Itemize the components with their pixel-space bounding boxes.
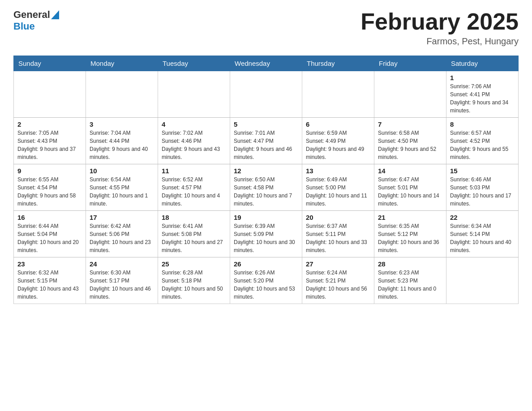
day-number: 28 xyxy=(378,260,442,268)
day-cell: 22Sunrise: 6:34 AMSunset: 5:14 PMDayligh… xyxy=(446,211,519,257)
day-cell: 5Sunrise: 7:01 AMSunset: 4:47 PMDaylight… xyxy=(230,118,302,164)
day-info: Sunrise: 7:01 AMSunset: 4:47 PMDaylight:… xyxy=(234,129,298,161)
day-number: 22 xyxy=(450,214,515,221)
day-number: 7 xyxy=(378,120,442,128)
day-cell: 2Sunrise: 7:05 AMSunset: 4:43 PMDaylight… xyxy=(14,118,86,164)
day-cell: 17Sunrise: 6:42 AMSunset: 5:06 PMDayligh… xyxy=(86,211,158,257)
day-number: 16 xyxy=(17,214,82,221)
col-header-sunday: Sunday xyxy=(14,56,86,71)
day-cell xyxy=(446,257,519,304)
day-info: Sunrise: 6:30 AMSunset: 5:17 PMDaylight:… xyxy=(90,269,154,301)
day-cell: 14Sunrise: 6:47 AMSunset: 5:01 PMDayligh… xyxy=(374,164,446,211)
day-cell: 1Sunrise: 7:06 AMSunset: 4:41 PMDaylight… xyxy=(446,71,519,118)
col-header-wednesday: Wednesday xyxy=(230,56,302,71)
day-cell: 10Sunrise: 6:54 AMSunset: 4:55 PMDayligh… xyxy=(86,164,158,211)
day-cell: 7Sunrise: 6:58 AMSunset: 4:50 PMDaylight… xyxy=(374,118,446,164)
day-info: Sunrise: 7:05 AMSunset: 4:43 PMDaylight:… xyxy=(17,129,82,161)
day-cell: 16Sunrise: 6:44 AMSunset: 5:04 PMDayligh… xyxy=(14,211,86,257)
day-info: Sunrise: 6:42 AMSunset: 5:06 PMDaylight:… xyxy=(90,222,154,254)
day-info: Sunrise: 6:49 AMSunset: 5:00 PMDaylight:… xyxy=(306,176,370,208)
col-header-tuesday: Tuesday xyxy=(158,56,230,71)
logo-blue-text: Blue xyxy=(13,21,35,32)
day-cell: 6Sunrise: 6:59 AMSunset: 4:49 PMDaylight… xyxy=(302,118,374,164)
day-number: 21 xyxy=(378,214,442,221)
day-cell xyxy=(302,71,374,118)
day-cell: 4Sunrise: 7:02 AMSunset: 4:46 PMDaylight… xyxy=(158,118,230,164)
day-number: 18 xyxy=(162,214,226,221)
day-cell: 8Sunrise: 6:57 AMSunset: 4:52 PMDaylight… xyxy=(446,118,519,164)
day-cell xyxy=(158,71,230,118)
svg-marker-0 xyxy=(51,10,59,19)
day-info: Sunrise: 6:46 AMSunset: 5:03 PMDaylight:… xyxy=(450,176,515,208)
day-number: 25 xyxy=(162,260,226,268)
day-number: 10 xyxy=(90,167,154,175)
day-info: Sunrise: 6:52 AMSunset: 4:57 PMDaylight:… xyxy=(162,176,226,208)
day-number: 19 xyxy=(234,214,298,221)
day-cell: 9Sunrise: 6:55 AMSunset: 4:54 PMDaylight… xyxy=(14,164,86,211)
day-info: Sunrise: 6:54 AMSunset: 4:55 PMDaylight:… xyxy=(90,176,154,208)
day-cell: 26Sunrise: 6:26 AMSunset: 5:20 PMDayligh… xyxy=(230,257,302,304)
title-section: February 2025 Farmos, Pest, Hungary xyxy=(360,9,519,47)
day-info: Sunrise: 7:06 AMSunset: 4:41 PMDaylight:… xyxy=(450,82,515,115)
day-number: 20 xyxy=(306,214,370,221)
day-info: Sunrise: 6:41 AMSunset: 5:08 PMDaylight:… xyxy=(162,222,226,254)
week-row-4: 23Sunrise: 6:32 AMSunset: 5:15 PMDayligh… xyxy=(14,257,519,304)
day-cell xyxy=(230,71,302,118)
day-number: 9 xyxy=(17,167,82,175)
day-number: 8 xyxy=(450,120,515,128)
day-info: Sunrise: 6:59 AMSunset: 4:49 PMDaylight:… xyxy=(306,129,370,161)
day-info: Sunrise: 6:32 AMSunset: 5:15 PMDaylight:… xyxy=(17,269,82,301)
day-number: 12 xyxy=(234,167,298,175)
day-number: 26 xyxy=(234,260,298,268)
day-info: Sunrise: 6:24 AMSunset: 5:21 PMDaylight:… xyxy=(306,269,370,301)
day-cell xyxy=(86,71,158,118)
day-info: Sunrise: 6:57 AMSunset: 4:52 PMDaylight:… xyxy=(450,129,515,161)
day-cell: 18Sunrise: 6:41 AMSunset: 5:08 PMDayligh… xyxy=(158,211,230,257)
day-info: Sunrise: 6:47 AMSunset: 5:01 PMDaylight:… xyxy=(378,176,442,208)
calendar-table: SundayMondayTuesdayWednesdayThursdayFrid… xyxy=(13,56,519,304)
month-title: February 2025 xyxy=(360,9,519,34)
day-number: 14 xyxy=(378,167,442,175)
day-cell: 19Sunrise: 6:39 AMSunset: 5:09 PMDayligh… xyxy=(230,211,302,257)
col-header-saturday: Saturday xyxy=(446,56,519,71)
day-number: 4 xyxy=(162,120,226,128)
week-row-0: 1Sunrise: 7:06 AMSunset: 4:41 PMDaylight… xyxy=(14,71,519,118)
col-header-thursday: Thursday xyxy=(302,56,374,71)
day-number: 23 xyxy=(17,260,82,268)
day-cell: 12Sunrise: 6:50 AMSunset: 4:58 PMDayligh… xyxy=(230,164,302,211)
day-cell: 11Sunrise: 6:52 AMSunset: 4:57 PMDayligh… xyxy=(158,164,230,211)
page-header: General Blue February 2025 Farmos, Pest,… xyxy=(13,9,519,47)
day-cell: 20Sunrise: 6:37 AMSunset: 5:11 PMDayligh… xyxy=(302,211,374,257)
location-text: Farmos, Pest, Hungary xyxy=(360,36,519,47)
day-info: Sunrise: 6:39 AMSunset: 5:09 PMDaylight:… xyxy=(234,222,298,254)
day-info: Sunrise: 6:55 AMSunset: 4:54 PMDaylight:… xyxy=(17,176,82,208)
logo-triangle-icon xyxy=(51,10,59,19)
week-row-2: 9Sunrise: 6:55 AMSunset: 4:54 PMDaylight… xyxy=(14,164,519,211)
day-number: 2 xyxy=(17,120,82,128)
day-info: Sunrise: 6:44 AMSunset: 5:04 PMDaylight:… xyxy=(17,222,82,254)
day-info: Sunrise: 6:58 AMSunset: 4:50 PMDaylight:… xyxy=(378,129,442,161)
day-info: Sunrise: 6:28 AMSunset: 5:18 PMDaylight:… xyxy=(162,269,226,301)
day-info: Sunrise: 7:04 AMSunset: 4:44 PMDaylight:… xyxy=(90,129,154,161)
day-number: 27 xyxy=(306,260,370,268)
calendar-header-row: SundayMondayTuesdayWednesdayThursdayFrid… xyxy=(14,56,519,71)
day-cell: 21Sunrise: 6:35 AMSunset: 5:12 PMDayligh… xyxy=(374,211,446,257)
day-number: 15 xyxy=(450,167,515,175)
day-number: 3 xyxy=(90,120,154,128)
day-number: 24 xyxy=(90,260,154,268)
day-number: 11 xyxy=(162,167,226,175)
day-number: 5 xyxy=(234,120,298,128)
day-cell xyxy=(374,71,446,118)
day-cell xyxy=(14,71,86,118)
day-cell: 24Sunrise: 6:30 AMSunset: 5:17 PMDayligh… xyxy=(86,257,158,304)
day-info: Sunrise: 6:34 AMSunset: 5:14 PMDaylight:… xyxy=(450,222,515,254)
day-number: 13 xyxy=(306,167,370,175)
day-cell: 15Sunrise: 6:46 AMSunset: 5:03 PMDayligh… xyxy=(446,164,519,211)
day-info: Sunrise: 6:50 AMSunset: 4:58 PMDaylight:… xyxy=(234,176,298,208)
logo: General Blue xyxy=(13,9,59,32)
day-info: Sunrise: 6:26 AMSunset: 5:20 PMDaylight:… xyxy=(234,269,298,301)
day-cell: 23Sunrise: 6:32 AMSunset: 5:15 PMDayligh… xyxy=(14,257,86,304)
week-row-1: 2Sunrise: 7:05 AMSunset: 4:43 PMDaylight… xyxy=(14,118,519,164)
day-cell: 27Sunrise: 6:24 AMSunset: 5:21 PMDayligh… xyxy=(302,257,374,304)
day-info: Sunrise: 6:23 AMSunset: 5:23 PMDaylight:… xyxy=(378,269,442,301)
